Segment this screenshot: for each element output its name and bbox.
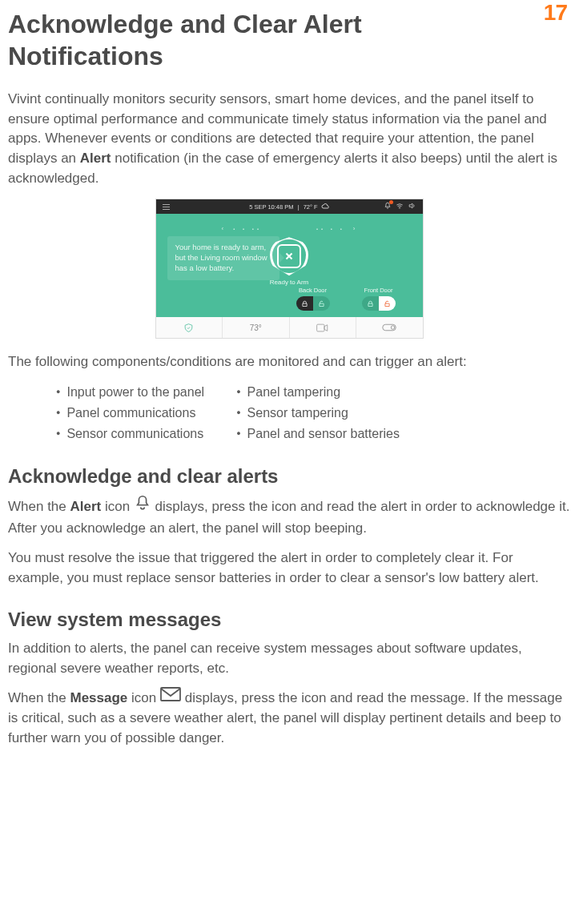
svg-rect-3 <box>161 688 180 701</box>
s2-p2-a: When the <box>8 690 70 705</box>
lock-icon <box>296 296 313 311</box>
footer-toggle-icon <box>356 317 423 338</box>
s2-p2-b: icon <box>127 690 160 705</box>
list-item: Panel tampering <box>236 382 400 403</box>
door-front-label: Front Door <box>362 287 396 294</box>
intro-bold: Alert <box>80 151 111 166</box>
list-item: Input power to the panel <box>56 382 204 403</box>
section1-p1: When the Alert icon displays, press the … <box>8 496 570 539</box>
unlock-alert-icon <box>379 296 396 311</box>
svg-rect-1 <box>383 324 396 331</box>
door-back-label: Back Door <box>296 287 330 294</box>
weather-icon <box>321 203 329 211</box>
intro-paragraph: Vivint continually monitors security sen… <box>8 90 570 188</box>
envelope-icon <box>160 687 181 708</box>
section2-heading: View system messages <box>8 609 570 631</box>
s1-p1-bold: Alert <box>70 499 102 514</box>
bell-icon <box>134 494 151 518</box>
page-title: Acknowledge and Clear Alert Notification… <box>8 8 424 72</box>
footer-shield-icon <box>156 317 223 338</box>
footer-camera-icon <box>290 317 357 338</box>
panel-carousel-dots: ‹• • •• •• • •› <box>156 225 423 232</box>
panel-footer: 73° <box>156 317 423 338</box>
s1-p1-b: icon <box>101 499 134 514</box>
panel-topbar: 5 SEP 10:48 PM | 72° F <box>156 199 423 214</box>
door-front: Front Door <box>362 287 396 311</box>
panel-message-tooltip: Your home is ready to arm, but the Livin… <box>167 236 279 279</box>
list-item: Panel and sensor batteries <box>236 424 400 444</box>
lock-icon <box>362 296 379 311</box>
footer-temp: 73° <box>223 317 290 338</box>
section2-p1: In addition to alerts, the panel can rec… <box>8 639 570 678</box>
svg-rect-0 <box>317 324 324 331</box>
unlock-icon <box>313 296 330 311</box>
triggers-col1: Input power to the panel Panel communica… <box>56 382 204 444</box>
s2-p2-bold: Message <box>70 690 128 705</box>
list-item: Sensor tampering <box>236 403 400 424</box>
panel-temp: 72° F <box>304 203 318 211</box>
triggers-col2: Panel tampering Sensor tampering Panel a… <box>236 382 400 444</box>
panel-main: Your home is ready to arm, but the Livin… <box>156 214 423 317</box>
panel-screenshot: 5 SEP 10:48 PM | 72° F <box>156 199 423 338</box>
svg-point-2 <box>392 326 396 330</box>
page-number: 17 <box>544 0 567 26</box>
section1-p2: You must resolve the issue that triggere… <box>8 548 570 588</box>
list-item: Sensor communications <box>56 424 204 444</box>
door-back: Back Door <box>296 287 330 311</box>
panel-datetime: 5 SEP 10:48 PM <box>249 203 293 211</box>
triggers-list: Input power to the panel Panel communica… <box>56 382 570 444</box>
section1-heading: Acknowledge and clear alerts <box>8 465 570 488</box>
bell-icon <box>384 202 392 211</box>
list-item: Panel communications <box>56 403 204 424</box>
notification-dot <box>389 200 393 204</box>
s1-p1-a: When the <box>8 499 70 514</box>
section2-p2: When the Message icon displays, press th… <box>8 689 570 749</box>
triggers-lead: The following components/conditions are … <box>8 352 570 372</box>
